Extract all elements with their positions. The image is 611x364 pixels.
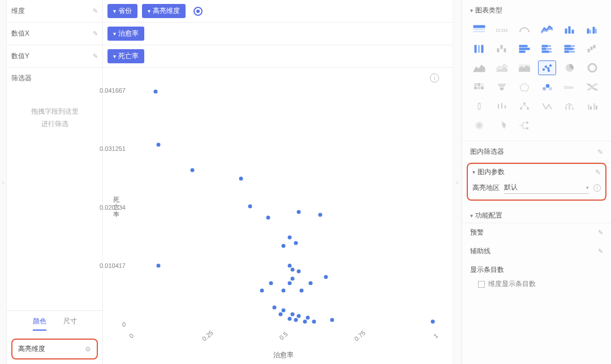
data-point[interactable]: [190, 168, 194, 172]
data-point[interactable]: [324, 275, 328, 279]
data-point[interactable]: [294, 318, 298, 322]
data-point[interactable]: [296, 210, 300, 214]
data-point[interactable]: [309, 281, 313, 285]
chart-type-bar-h[interactable]: [515, 41, 533, 56]
chart-type-bar-split[interactable]: [470, 41, 488, 56]
info-icon[interactable]: i: [593, 184, 601, 192]
data-point[interactable]: [291, 313, 295, 317]
pencil-icon[interactable]: ✎: [93, 30, 98, 37]
pencil-icon[interactable]: ✎: [598, 229, 603, 236]
info-icon[interactable]: i: [430, 73, 439, 83]
pencil-icon[interactable]: ✎: [93, 7, 98, 15]
function-config-header[interactable]: ▾ 功能配置: [470, 211, 603, 220]
gear-icon[interactable]: ⚙: [85, 345, 91, 353]
data-point[interactable]: [287, 263, 291, 267]
chart-type-tree[interactable]: [515, 99, 533, 114]
dimension-radio[interactable]: [193, 7, 203, 16]
data-point[interactable]: [312, 320, 316, 324]
data-point[interactable]: [282, 309, 286, 313]
data-point[interactable]: [303, 320, 307, 324]
chart-type-rose[interactable]: [493, 118, 511, 133]
data-point[interactable]: [287, 317, 291, 321]
chart-type-flow[interactable]: [515, 118, 533, 133]
highlight-dimension-field[interactable]: 高亮维度 ⚙: [11, 339, 98, 359]
chart-type-map[interactable]: [538, 99, 556, 114]
data-point[interactable]: [318, 213, 322, 217]
chart-type-heatmap[interactable]: [470, 80, 488, 94]
data-point[interactable]: [294, 241, 298, 245]
pencil-icon[interactable]: ✎: [93, 53, 98, 60]
data-point[interactable]: [248, 205, 252, 209]
chart-type-waterfall[interactable]: [583, 41, 601, 56]
data-point[interactable]: [282, 244, 286, 248]
pill-highlight-dim[interactable]: ▾高亮维度: [142, 4, 186, 18]
data-point[interactable]: [157, 263, 161, 267]
data-point[interactable]: [239, 176, 243, 180]
data-point[interactable]: [296, 314, 300, 318]
chart-type-kpi[interactable]: 12,316: [493, 22, 511, 37]
filter-dropzone[interactable]: 拖拽字段到这里 进行筛选: [7, 83, 102, 153]
in-chart-filter-header[interactable]: 图内筛选器 ✎: [470, 147, 603, 157]
data-point[interactable]: [431, 320, 434, 324]
data-point[interactable]: [272, 306, 276, 310]
chart-type-bar-h-100[interactable]: [561, 41, 579, 56]
chart-type-box[interactable]: [470, 99, 488, 114]
data-point[interactable]: [300, 289, 304, 293]
svg-rect-22: [542, 48, 546, 50]
chart-type-bar-v[interactable]: [561, 22, 579, 37]
data-point[interactable]: [291, 276, 295, 280]
chart-type-combo[interactable]: [561, 99, 579, 114]
data-point[interactable]: [266, 216, 270, 220]
chart-type-word[interactable]: Dolor: [561, 80, 579, 94]
data-point[interactable]: [330, 318, 334, 322]
chart-type-donut[interactable]: [583, 60, 601, 75]
chart-type-area-100[interactable]: [515, 60, 533, 75]
right-collapse-rail[interactable]: ›: [453, 0, 462, 364]
data-point[interactable]: [287, 281, 291, 285]
pencil-icon[interactable]: ✎: [595, 168, 601, 176]
data-point[interactable]: [282, 289, 286, 293]
data-point[interactable]: [306, 316, 310, 320]
pencil-icon[interactable]: ✎: [598, 248, 603, 255]
fn-count-checkbox-row[interactable]: 维度显示条目数: [462, 276, 611, 292]
chart-type-sunburst[interactable]: [470, 118, 488, 133]
tab-size[interactable]: 尺寸: [63, 317, 77, 331]
chart-type-area[interactable]: [470, 60, 488, 75]
data-point[interactable]: [291, 267, 295, 271]
highlight-region-select[interactable]: 默认 ▾: [504, 181, 589, 194]
chart-type-candlestick[interactable]: [493, 99, 511, 114]
center-area: ▾省份 ▾高亮维度 ▾治愈率 ▾死亡率 i 死亡率 治愈率 00.0104170…: [103, 0, 453, 364]
in-chart-params-header[interactable]: ▾ 图内参数 ✎: [472, 167, 601, 177]
chart-type-bubble-grp[interactable]: [538, 80, 556, 94]
chart-type-area-stack[interactable]: [493, 60, 511, 75]
tab-color[interactable]: 颜色: [33, 317, 46, 331]
chart-type-bar-h-stack[interactable]: [538, 41, 556, 56]
data-point[interactable]: [296, 269, 300, 273]
chart-type-scatter[interactable]: [538, 60, 556, 75]
data-point[interactable]: [278, 313, 282, 317]
chart-type-sankey[interactable]: [583, 80, 601, 94]
checkbox-icon[interactable]: [478, 281, 485, 288]
chart-type-bar-dual[interactable]: [583, 99, 601, 114]
data-point[interactable]: [260, 289, 264, 293]
pill-cure-rate[interactable]: ▾治愈率: [107, 27, 144, 41]
data-point[interactable]: [287, 235, 291, 239]
data-point[interactable]: [269, 281, 273, 285]
chart-type-funnel[interactable]: [493, 80, 511, 94]
chart-types-header[interactable]: ▾ 图表类型: [470, 6, 603, 15]
chart-type-pie[interactable]: [561, 60, 579, 75]
pill-death-rate[interactable]: ▾死亡率: [107, 49, 144, 63]
chart-type-radar[interactable]: [515, 80, 533, 94]
fn-alert-row[interactable]: 预警 ✎: [462, 223, 611, 242]
data-point[interactable]: [154, 89, 158, 93]
chart-type-line[interactable]: [538, 22, 556, 37]
chart-type-bar-grouped[interactable]: [583, 22, 601, 37]
chart-type-bar-pm[interactable]: [493, 41, 511, 56]
fn-auxline-row[interactable]: 辅助线 ✎: [462, 242, 611, 261]
data-point[interactable]: [157, 143, 161, 147]
chart-type-table[interactable]: [470, 22, 488, 37]
chart-type-gauge[interactable]: [515, 22, 533, 37]
pill-province[interactable]: ▾省份: [107, 4, 137, 18]
pencil-icon[interactable]: ✎: [597, 148, 603, 156]
left-collapse-rail[interactable]: ‹: [0, 0, 7, 364]
